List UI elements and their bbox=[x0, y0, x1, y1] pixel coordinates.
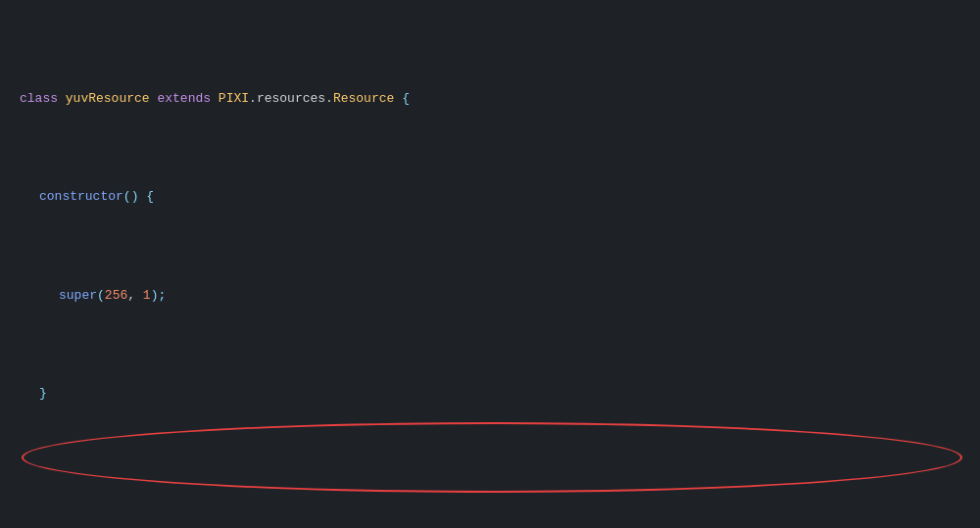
code-content: class yuvResource extends PIXI.resources… bbox=[20, 10, 980, 528]
code-line-1: class yuvResource extends PIXI.resources… bbox=[20, 89, 980, 109]
code-line-4: } bbox=[20, 384, 980, 404]
code-line-3: super(256, 1); bbox=[20, 286, 980, 306]
code-line-5 bbox=[20, 483, 980, 503]
code-line-2: constructor() { bbox=[20, 187, 980, 207]
code-editor: class yuvResource extends PIXI.resources… bbox=[0, 0, 980, 528]
